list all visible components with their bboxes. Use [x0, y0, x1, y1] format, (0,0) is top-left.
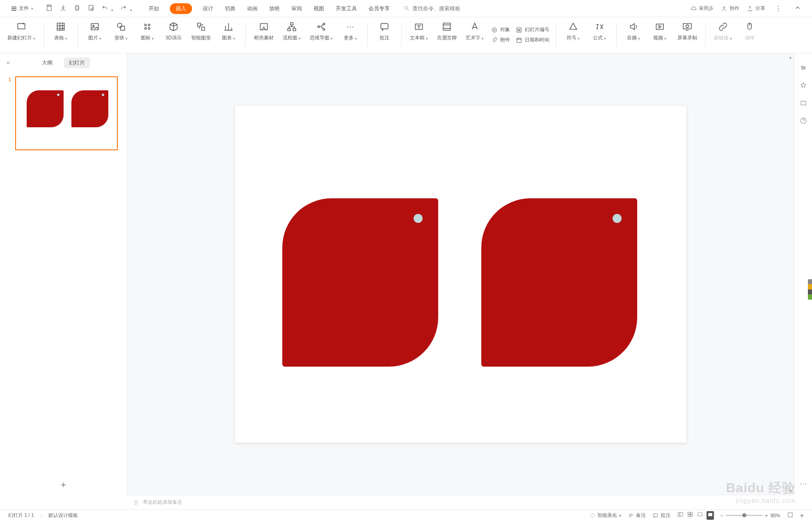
tab-insert[interactable]: 插入	[170, 3, 192, 14]
settings-panel-icon[interactable]	[800, 64, 807, 73]
more-menu-icon[interactable]: ⋮	[773, 3, 784, 14]
shape-button[interactable]: 形状	[111, 21, 131, 42]
share-label: 分享	[755, 5, 765, 12]
slideshow-view-icon[interactable]	[707, 511, 714, 520]
date-time-button[interactable]: 日期和时间	[516, 37, 549, 44]
3d-label: 3D演示	[165, 34, 181, 41]
zoom-value[interactable]: 90%	[771, 513, 780, 519]
svg-point-22	[318, 26, 319, 28]
audio-label: 音频	[627, 34, 637, 41]
add-slide-icon[interactable]: +	[60, 479, 66, 491]
sync-button[interactable]: 未同步	[690, 5, 714, 12]
symbol-button[interactable]: 符号	[563, 21, 583, 42]
svg-point-4	[405, 7, 408, 10]
screen-rec-button[interactable]: 屏幕录制	[676, 21, 699, 42]
icon-button[interactable]: 图标	[137, 21, 158, 42]
hyperlink-button[interactable]: 超链接	[712, 21, 734, 42]
header-footer-button[interactable]: 页眉页脚	[435, 21, 458, 42]
equation-button[interactable]: 公式	[589, 21, 610, 42]
new-slide-icon	[16, 21, 27, 32]
fit-window-icon[interactable]	[787, 512, 794, 519]
history-icon[interactable]	[800, 99, 807, 108]
attachment-button[interactable]: 附件	[491, 37, 510, 44]
main-tabs: 开始 插入 设计 切换 动画 放映 审阅 视图 开发工具 会员专享	[148, 3, 391, 14]
save-icon[interactable]	[43, 2, 55, 14]
scroll-down-icon[interactable]: ▾	[788, 487, 793, 495]
smart-beautify-button[interactable]: 智能美化 ▾	[589, 512, 621, 519]
reading-view-icon[interactable]	[697, 511, 703, 520]
zoom-slider[interactable]	[726, 515, 763, 516]
audio-button[interactable]: 音频	[623, 21, 644, 42]
canvas-shape-1[interactable]	[282, 198, 438, 367]
print-preview-icon[interactable]	[85, 2, 97, 14]
comments-toggle[interactable]: 批注	[652, 512, 670, 519]
tab-review[interactable]: 审阅	[290, 3, 303, 14]
canvas-shape-2[interactable]	[481, 198, 637, 367]
slide-canvas[interactable]	[235, 106, 686, 443]
print-icon[interactable]	[71, 2, 83, 14]
share-button[interactable]: 分享	[747, 5, 765, 12]
canvas-dot-1[interactable]	[414, 214, 423, 223]
mindmap-button[interactable]: 思维导图	[308, 21, 334, 42]
slide-thumbnail[interactable]	[15, 76, 118, 150]
collapse-ribbon-icon[interactable]	[791, 2, 804, 14]
slides-tab[interactable]: 幻灯片	[64, 57, 90, 68]
more-rail-icon[interactable]: ⋯	[800, 479, 807, 488]
new-slide-label: 新建幻灯片	[7, 34, 32, 41]
sorter-view-icon[interactable]	[687, 511, 693, 520]
normal-view-icon[interactable]	[677, 511, 684, 520]
new-slide-button[interactable]: 新建幻灯片	[6, 21, 37, 42]
table-button[interactable]: 表格	[50, 21, 71, 42]
share-icon	[747, 5, 753, 12]
zoom-in-icon[interactable]: +	[765, 513, 768, 519]
svg-point-13	[148, 24, 150, 26]
svg-point-34	[686, 25, 689, 28]
chart-button[interactable]: 图表	[218, 21, 239, 42]
tab-start[interactable]: 开始	[148, 3, 160, 14]
tab-dev[interactable]: 开发工具	[335, 3, 358, 14]
notes-toggle[interactable]: 备注	[628, 512, 646, 519]
header-footer-icon	[441, 21, 452, 32]
flowchart-button[interactable]: 流程图	[281, 21, 302, 42]
add-status-icon[interactable]: +	[800, 512, 804, 519]
more-button[interactable]: ⋯ 更多	[340, 21, 361, 42]
table-label: 表格	[54, 34, 64, 41]
template-button[interactable]: 稻壳素材	[252, 21, 275, 42]
redo-icon[interactable]	[117, 2, 134, 14]
outline-tab[interactable]: 大纲	[37, 57, 57, 68]
tab-member[interactable]: 会员专享	[368, 3, 391, 14]
textbox-button[interactable]: 文本框	[408, 21, 430, 42]
wordart-button[interactable]: 艺术字	[464, 21, 485, 42]
object-button[interactable]: 对象	[491, 26, 510, 33]
favorite-icon[interactable]	[800, 82, 807, 90]
collapse-panel-icon[interactable]: «	[7, 59, 10, 66]
slide-number-button[interactable]: 幻灯片编号	[516, 26, 549, 33]
canvas-dot-2[interactable]	[613, 214, 622, 223]
smartart-label: 智能图形	[191, 34, 211, 41]
3d-button[interactable]: 3D演示	[163, 21, 184, 42]
file-menu[interactable]: 文件 ▾	[8, 3, 37, 14]
scroll-up-icon[interactable]: ▴	[788, 53, 793, 61]
tab-design[interactable]: 设计	[202, 3, 214, 14]
svg-rect-41	[653, 514, 657, 517]
slide-number-label: 幻灯片编号	[525, 26, 549, 33]
command-search[interactable]	[404, 5, 519, 11]
smartart-button[interactable]: 智能图形	[190, 21, 213, 42]
tab-slideshow[interactable]: 放映	[268, 3, 281, 14]
tab-view[interactable]: 视图	[313, 3, 325, 14]
video-button[interactable]: 视频	[650, 21, 670, 42]
image-button[interactable]: 图片	[85, 21, 105, 42]
help-icon[interactable]	[800, 117, 807, 126]
smartart-icon	[196, 21, 206, 32]
zoom-out-icon[interactable]: −	[721, 513, 723, 519]
template-label: 默认设计模板	[48, 512, 78, 519]
comment-button[interactable]: 批注	[374, 21, 395, 42]
save-as-icon[interactable]	[57, 2, 69, 14]
tab-animation[interactable]: 动画	[246, 3, 258, 14]
search-input[interactable]	[412, 5, 519, 11]
action-button[interactable]: 动作	[739, 21, 760, 42]
tab-transition[interactable]: 切换	[224, 3, 236, 14]
undo-icon[interactable]	[99, 2, 116, 14]
notes-placeholder[interactable]: 单击此处添加备注	[143, 499, 182, 506]
collab-button[interactable]: 协作	[721, 5, 739, 12]
